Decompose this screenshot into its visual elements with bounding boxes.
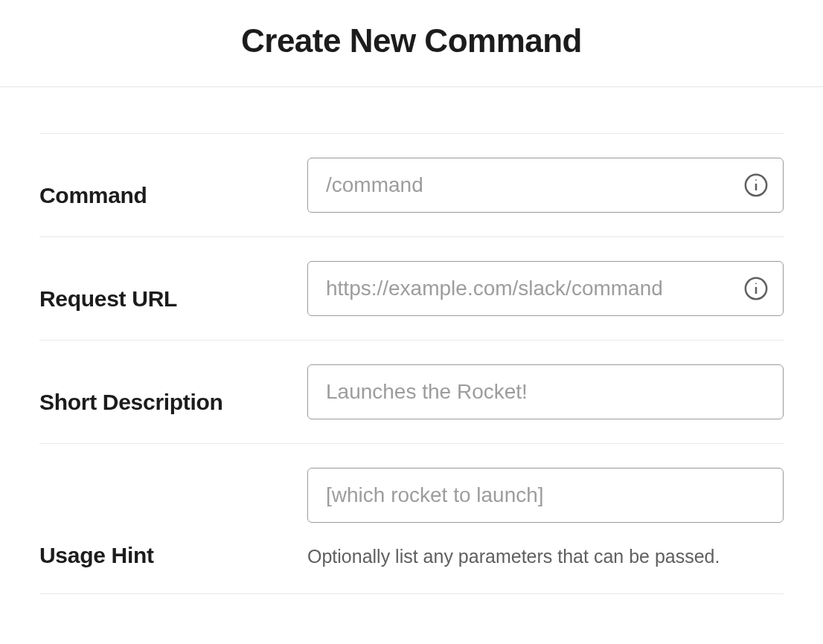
svg-point-2	[755, 179, 757, 181]
label-wrap-usage-hint: Usage Hint	[39, 468, 307, 570]
info-icon[interactable]	[743, 276, 769, 301]
control-wrap-command	[307, 158, 784, 213]
label-usage-hint: Usage Hint	[39, 543, 154, 568]
control-wrap-request-url	[307, 261, 784, 316]
control-wrap-usage-hint: Optionally list any parameters that can …	[307, 468, 784, 570]
request-url-input[interactable]	[307, 261, 784, 316]
label-short-description: Short Description	[39, 390, 223, 415]
svg-point-5	[755, 283, 757, 284]
usage-hint-helper: Optionally list any parameters that can …	[307, 544, 784, 570]
label-wrap-command: Command	[39, 158, 307, 213]
control-wrap-short-description	[307, 364, 784, 419]
form-row-command: Command	[39, 134, 784, 237]
label-wrap-short-description: Short Description	[39, 364, 307, 419]
info-icon[interactable]	[743, 173, 769, 198]
form-row-request-url: Request URL	[39, 237, 784, 341]
page-title: Create New Command	[0, 22, 823, 59]
command-input[interactable]	[307, 158, 784, 213]
usage-hint-input[interactable]	[307, 468, 784, 523]
label-wrap-request-url: Request URL	[39, 261, 307, 316]
short-description-input[interactable]	[307, 364, 784, 419]
form-container: Command Request URL	[39, 133, 784, 594]
form-row-usage-hint: Usage Hint Optionally list any parameter…	[39, 444, 784, 594]
label-request-url: Request URL	[39, 286, 177, 312]
label-command: Command	[39, 183, 147, 208]
page-header: Create New Command	[0, 0, 823, 87]
form-row-short-description: Short Description	[39, 341, 784, 444]
